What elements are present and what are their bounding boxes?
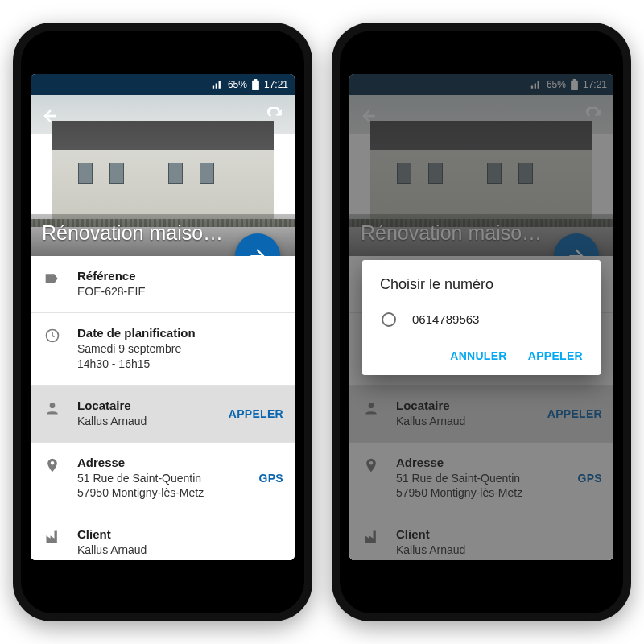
back-button[interactable] bbox=[35, 101, 64, 130]
dialog-title: Choisir le numéro bbox=[380, 276, 583, 293]
page-title: Rénovation maiso… bbox=[42, 221, 246, 245]
status-bar: 65% 17:21 bbox=[31, 74, 295, 95]
row-tenant[interactable]: Locataire Kallus Arnaud APPELER bbox=[31, 386, 295, 443]
phone-option-0[interactable]: 0614789563 bbox=[380, 309, 583, 345]
tenant-label: Locataire bbox=[77, 398, 206, 412]
phone-inner: 65% 17:21 bbox=[21, 31, 304, 613]
battery-level: 65% bbox=[228, 79, 247, 90]
signal-icon bbox=[212, 80, 223, 89]
phone-inner: 65% 17:21 bbox=[340, 31, 623, 613]
pin-icon bbox=[42, 456, 63, 473]
refresh-button[interactable] bbox=[261, 101, 290, 130]
battery-icon bbox=[252, 79, 259, 90]
tenant-value: Kallus Arnaud bbox=[77, 414, 206, 429]
reference-label: Référence bbox=[77, 269, 283, 283]
modal-overlay[interactable]: Choisir le numéro 0614789563 ANNULER APP… bbox=[349, 74, 613, 560]
phone-left: 65% 17:21 bbox=[13, 23, 312, 621]
address-gps-button[interactable]: GPS bbox=[251, 472, 283, 485]
date-label: Date de planification bbox=[77, 326, 283, 340]
client-value: Kallus Arnaud bbox=[77, 543, 283, 558]
person-icon bbox=[42, 398, 63, 416]
row-date: Date de planification Samedi 9 septembre… bbox=[31, 313, 295, 386]
clock: 17:21 bbox=[264, 79, 288, 90]
screen: 65% 17:21 bbox=[349, 74, 613, 560]
detail-list: Référence EOE-628-EIE Date de planificat… bbox=[31, 256, 295, 560]
phone-right: 65% 17:21 bbox=[332, 23, 631, 621]
tenant-call-button[interactable]: APPELER bbox=[221, 407, 283, 420]
tag-icon bbox=[42, 269, 63, 287]
phone-option-number: 0614789563 bbox=[412, 312, 479, 326]
date-line1: Samedi 9 septembre bbox=[77, 341, 283, 357]
clock-icon bbox=[42, 326, 63, 344]
row-address[interactable]: Adresse 51 Rue de Saint-Quentin 57950 Mo… bbox=[31, 443, 295, 515]
date-line2: 14h30 - 16h15 bbox=[77, 357, 283, 372]
address-label: Adresse bbox=[77, 456, 237, 469]
radio-icon bbox=[382, 312, 396, 327]
dialog-cancel-button[interactable]: ANNULER bbox=[450, 349, 507, 362]
dialog-actions: ANNULER APPELER bbox=[380, 345, 583, 367]
choose-number-dialog: Choisir le numéro 0614789563 ANNULER APP… bbox=[362, 260, 601, 375]
factory-icon bbox=[42, 527, 63, 545]
address-line1: 51 Rue de Saint-Quentin bbox=[77, 471, 237, 486]
row-reference: Référence EOE-628-EIE bbox=[31, 256, 295, 313]
reference-value: EOE-628-EIE bbox=[77, 284, 283, 299]
row-client: Client Kallus Arnaud bbox=[31, 514, 295, 560]
address-line2: 57950 Montigny-lès-Metz bbox=[77, 485, 237, 501]
svg-point-1 bbox=[50, 402, 56, 408]
screen: 65% 17:21 bbox=[31, 74, 295, 560]
client-label: Client bbox=[77, 527, 283, 541]
header: Rénovation maiso… bbox=[31, 95, 295, 256]
dialog-call-button[interactable]: APPELER bbox=[528, 349, 583, 362]
